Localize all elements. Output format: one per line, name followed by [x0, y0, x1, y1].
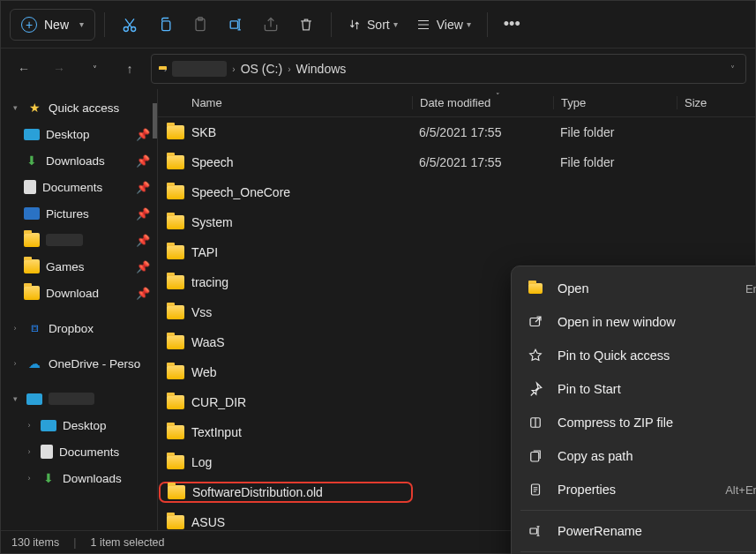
column-date[interactable]: Date modified ˅: [412, 96, 553, 109]
folder-icon: [168, 485, 185, 499]
sidebar-label: Downloads: [63, 472, 122, 485]
share-button[interactable]: [255, 8, 287, 41]
more-button[interactable]: •••: [497, 8, 528, 41]
redacted-label: [49, 393, 94, 405]
column-type[interactable]: Type: [553, 96, 677, 109]
caret-right-icon: ›: [10, 324, 20, 333]
file-name: Web: [191, 365, 217, 379]
context-open[interactable]: Open Enter: [512, 272, 756, 305]
sidebar-quick-access[interactable]: ▾ ★ Quick access: [1, 94, 157, 121]
file-name: Log: [191, 455, 212, 469]
status-selected: 1 item selected: [90, 536, 164, 549]
forward-button[interactable]: →: [45, 55, 73, 83]
sidebar-desktop[interactable]: Desktop 📌: [1, 121, 157, 147]
sidebar-downloads-2[interactable]: › ⬇ Downloads: [1, 465, 157, 491]
context-powerrename[interactable]: PowerRename: [512, 514, 756, 548]
sidebar-dropbox[interactable]: › ⧈ Dropbox: [1, 315, 157, 341]
folder-icon: [24, 232, 40, 248]
sidebar-label: Documents: [42, 181, 102, 194]
context-open-new-window[interactable]: Open in new window: [512, 305, 756, 339]
star-icon: ★: [26, 100, 42, 116]
file-name: tracing: [191, 275, 228, 289]
address-dropdown-icon[interactable]: ˅: [727, 64, 738, 74]
file-name: CUR_DIR: [191, 395, 246, 409]
sidebar-games[interactable]: Games 📌: [1, 253, 157, 280]
cut-button[interactable]: [114, 8, 146, 41]
sidebar-label: Documents: [59, 445, 119, 459]
file-name: Speech_OneCore: [191, 185, 290, 199]
folder-icon: [528, 281, 543, 296]
file-name: System: [191, 215, 233, 229]
sidebar-scrollbar[interactable]: [153, 103, 157, 138]
documents-icon: [41, 445, 53, 459]
desktop-icon: [24, 129, 40, 140]
column-name[interactable]: Name: [167, 96, 412, 109]
pin-icon: 📌: [136, 128, 150, 141]
new-window-icon: [528, 314, 543, 330]
context-properties[interactable]: Properties Alt+Enter: [512, 473, 756, 506]
properties-icon: [528, 482, 543, 498]
folder-icon: [167, 245, 184, 259]
sidebar-onedrive[interactable]: › ☁ OneDrive - Perso: [1, 350, 157, 377]
sidebar-label: Quick access: [49, 101, 119, 115]
sort-label: Sort: [367, 18, 390, 32]
sidebar-label: Games: [46, 260, 85, 273]
folder-icon: [167, 335, 184, 349]
folder-icon: [167, 305, 184, 319]
rename-icon: [528, 523, 543, 539]
pictures-icon: [24, 207, 40, 220]
sidebar-download[interactable]: Download 📌: [1, 280, 157, 306]
folder-icon: [167, 275, 184, 289]
table-row[interactable]: TAPI: [158, 237, 755, 267]
breadcrumb-windows[interactable]: Windows: [296, 62, 346, 76]
sort-indicator-icon: ˅: [496, 92, 500, 101]
svg-rect-5: [230, 20, 237, 27]
sidebar-documents[interactable]: Documents 📌: [1, 174, 157, 200]
copy-path-icon: [528, 448, 543, 464]
recent-locations-button[interactable]: ˅: [80, 55, 109, 83]
context-pin-start[interactable]: Pin to Start: [512, 372, 756, 406]
file-name: Vss: [191, 305, 212, 319]
paste-button[interactable]: [184, 8, 216, 41]
context-compress-zip[interactable]: Compress to ZIP file: [512, 406, 756, 439]
context-pin-quick-access[interactable]: Pin to Quick access: [512, 339, 756, 372]
column-size[interactable]: Size: [677, 96, 755, 109]
back-button[interactable]: ←: [10, 55, 38, 83]
sort-button[interactable]: Sort ▾: [341, 8, 405, 41]
delete-button[interactable]: [290, 8, 322, 41]
star-outline-icon: [528, 348, 543, 363]
sidebar-label: Download: [46, 287, 99, 300]
sidebar-documents-2[interactable]: › Documents: [1, 438, 157, 465]
documents-icon: [24, 180, 36, 194]
up-button[interactable]: ↑: [116, 55, 144, 83]
table-row[interactable]: Speech6/5/2021 17:55File folder: [158, 147, 755, 177]
svg-rect-10: [530, 528, 537, 534]
breadcrumb-redacted[interactable]: [172, 61, 227, 77]
sidebar-downloads[interactable]: ⬇ Downloads 📌: [1, 147, 157, 174]
table-row[interactable]: System: [158, 207, 755, 237]
pin-icon: 📌: [136, 207, 150, 221]
breadcrumb-os[interactable]: OS (C:): [241, 62, 282, 76]
rename-button[interactable]: [220, 8, 251, 41]
sidebar-label: Desktop: [46, 128, 90, 141]
sidebar-item-redacted[interactable]: 📌: [1, 227, 157, 253]
file-list: Name Date modified ˅ Type Size SKB6/5/20…: [158, 89, 755, 530]
sidebar-this-pc[interactable]: ▾: [1, 386, 157, 412]
table-row[interactable]: Speech_OneCore: [158, 177, 755, 207]
pc-icon: [26, 393, 42, 405]
sidebar-pictures[interactable]: Pictures 📌: [1, 200, 157, 227]
table-row[interactable]: SKB6/5/2021 17:55File folder: [158, 117, 755, 147]
address-bar[interactable]: › › OS (C:) › Windows ˅: [151, 54, 746, 84]
redacted-label: [46, 234, 83, 246]
folder-icon: [24, 285, 40, 301]
context-copy-path[interactable]: Copy as path: [512, 439, 756, 473]
new-button[interactable]: + New ▾: [10, 9, 95, 41]
download-icon: ⬇: [41, 470, 56, 486]
sidebar-label: OneDrive - Perso: [49, 357, 140, 371]
sidebar-label: Downloads: [46, 154, 105, 168]
sidebar-desktop-2[interactable]: › Desktop: [1, 412, 157, 438]
view-button[interactable]: View ▾: [408, 8, 478, 41]
copy-button[interactable]: [149, 8, 181, 41]
chevron-right-icon: ›: [288, 64, 290, 74]
file-date: 6/5/2021 17:55: [412, 155, 553, 169]
